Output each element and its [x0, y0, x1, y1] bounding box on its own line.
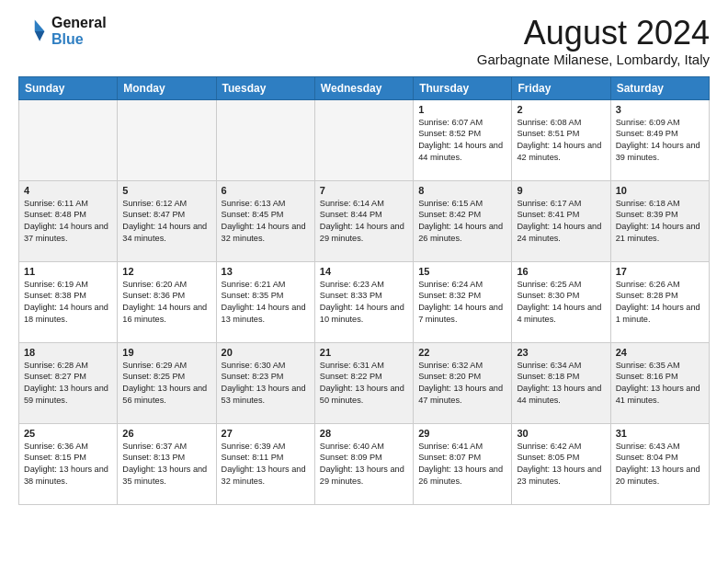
- calendar-cell: 18Sunrise: 6:28 AMSunset: 8:27 PMDayligh…: [19, 342, 118, 423]
- day-number: 12: [122, 266, 210, 277]
- calendar-day-header: Friday: [512, 76, 610, 99]
- calendar-cell: [118, 99, 216, 180]
- calendar-cell: 25Sunrise: 6:36 AMSunset: 8:15 PMDayligh…: [19, 423, 118, 504]
- day-info: Sunrise: 6:30 AMSunset: 8:23 PMDaylight:…: [222, 360, 310, 408]
- day-info: Sunrise: 6:41 AMSunset: 8:07 PMDaylight:…: [418, 441, 506, 488]
- calendar-week-row: 11Sunrise: 6:19 AMSunset: 8:38 PMDayligh…: [19, 261, 710, 342]
- calendar-cell: 21Sunrise: 6:31 AMSunset: 8:22 PMDayligh…: [314, 342, 413, 423]
- calendar-cell: 15Sunrise: 6:24 AMSunset: 8:32 PMDayligh…: [414, 261, 512, 342]
- day-number: 8: [418, 185, 506, 196]
- day-info: Sunrise: 6:31 AMSunset: 8:22 PMDaylight:…: [320, 360, 408, 408]
- day-info: Sunrise: 6:28 AMSunset: 8:27 PMDaylight:…: [24, 360, 112, 408]
- day-info: Sunrise: 6:40 AMSunset: 8:09 PMDaylight:…: [320, 441, 408, 488]
- day-number: 25: [24, 428, 112, 439]
- day-info: Sunrise: 6:35 AMSunset: 8:16 PMDaylight:…: [616, 360, 704, 408]
- day-info: Sunrise: 6:18 AMSunset: 8:39 PMDaylight:…: [616, 198, 704, 246]
- day-info: Sunrise: 6:20 AMSunset: 8:36 PMDaylight:…: [122, 279, 210, 327]
- day-info: Sunrise: 6:39 AMSunset: 8:11 PMDaylight:…: [222, 441, 310, 488]
- logo-icon: [18, 17, 48, 46]
- calendar-cell: 13Sunrise: 6:21 AMSunset: 8:35 PMDayligh…: [216, 261, 314, 342]
- calendar-cell: 28Sunrise: 6:40 AMSunset: 8:09 PMDayligh…: [314, 423, 413, 504]
- day-info: Sunrise: 6:36 AMSunset: 8:15 PMDaylight:…: [24, 441, 112, 488]
- calendar-cell: 10Sunrise: 6:18 AMSunset: 8:39 PMDayligh…: [610, 180, 709, 261]
- day-number: 13: [222, 266, 310, 277]
- calendar-cell: 5Sunrise: 6:12 AMSunset: 8:47 PMDaylight…: [118, 180, 216, 261]
- calendar-cell: 6Sunrise: 6:13 AMSunset: 8:45 PMDaylight…: [216, 180, 314, 261]
- calendar-cell: 29Sunrise: 6:41 AMSunset: 8:07 PMDayligh…: [414, 423, 512, 504]
- calendar-cell: 26Sunrise: 6:37 AMSunset: 8:13 PMDayligh…: [118, 423, 216, 504]
- day-number: 5: [122, 185, 210, 196]
- day-info: Sunrise: 6:19 AMSunset: 8:38 PMDaylight:…: [24, 279, 112, 327]
- day-number: 15: [418, 266, 506, 277]
- day-info: Sunrise: 6:43 AMSunset: 8:04 PMDaylight:…: [616, 441, 704, 488]
- calendar-cell: 3Sunrise: 6:09 AMSunset: 8:49 PMDaylight…: [610, 99, 709, 180]
- calendar-cell: 19Sunrise: 6:29 AMSunset: 8:25 PMDayligh…: [118, 342, 216, 423]
- calendar-week-row: 25Sunrise: 6:36 AMSunset: 8:15 PMDayligh…: [19, 423, 710, 504]
- calendar-cell: 1Sunrise: 6:07 AMSunset: 8:52 PMDaylight…: [414, 99, 512, 180]
- calendar-cell: 24Sunrise: 6:35 AMSunset: 8:16 PMDayligh…: [610, 342, 709, 423]
- day-number: 4: [24, 185, 112, 196]
- calendar-day-header: Sunday: [19, 76, 118, 99]
- day-number: 6: [222, 185, 310, 196]
- calendar-day-header: Wednesday: [314, 76, 413, 99]
- day-info: Sunrise: 6:32 AMSunset: 8:20 PMDaylight:…: [418, 360, 506, 408]
- calendar: SundayMondayTuesdayWednesdayThursdayFrid…: [18, 76, 710, 505]
- day-number: 23: [517, 347, 605, 358]
- calendar-cell: 23Sunrise: 6:34 AMSunset: 8:18 PMDayligh…: [512, 342, 610, 423]
- day-info: Sunrise: 6:09 AMSunset: 8:49 PMDaylight:…: [616, 117, 704, 165]
- day-number: 31: [616, 428, 704, 439]
- page: General Blue August 2024 Garbagnate Mila…: [0, 0, 728, 563]
- day-number: 30: [517, 428, 605, 439]
- day-info: Sunrise: 6:07 AMSunset: 8:52 PMDaylight:…: [418, 117, 506, 165]
- calendar-day-header: Saturday: [610, 76, 709, 99]
- day-number: 27: [222, 428, 310, 439]
- calendar-cell: 16Sunrise: 6:25 AMSunset: 8:30 PMDayligh…: [512, 261, 610, 342]
- calendar-cell: [19, 99, 118, 180]
- day-number: 1: [418, 104, 506, 115]
- day-info: Sunrise: 6:13 AMSunset: 8:45 PMDaylight:…: [222, 198, 310, 246]
- logo: General Blue: [18, 15, 107, 48]
- header: General Blue August 2024 Garbagnate Mila…: [18, 15, 710, 67]
- calendar-cell: 12Sunrise: 6:20 AMSunset: 8:36 PMDayligh…: [118, 261, 216, 342]
- calendar-cell: 7Sunrise: 6:14 AMSunset: 8:44 PMDaylight…: [314, 180, 413, 261]
- day-info: Sunrise: 6:23 AMSunset: 8:33 PMDaylight:…: [320, 279, 408, 327]
- calendar-cell: 27Sunrise: 6:39 AMSunset: 8:11 PMDayligh…: [216, 423, 314, 504]
- day-number: 2: [517, 104, 605, 115]
- calendar-week-row: 4Sunrise: 6:11 AMSunset: 8:48 PMDaylight…: [19, 180, 710, 261]
- calendar-cell: 2Sunrise: 6:08 AMSunset: 8:51 PMDaylight…: [512, 99, 610, 180]
- calendar-cell: 4Sunrise: 6:11 AMSunset: 8:48 PMDaylight…: [19, 180, 118, 261]
- day-info: Sunrise: 6:17 AMSunset: 8:41 PMDaylight:…: [517, 198, 605, 246]
- day-info: Sunrise: 6:37 AMSunset: 8:13 PMDaylight:…: [122, 441, 210, 488]
- day-info: Sunrise: 6:11 AMSunset: 8:48 PMDaylight:…: [24, 198, 112, 246]
- calendar-week-row: 1Sunrise: 6:07 AMSunset: 8:52 PMDaylight…: [19, 99, 710, 180]
- day-number: 17: [616, 266, 704, 277]
- calendar-cell: [216, 99, 314, 180]
- day-info: Sunrise: 6:42 AMSunset: 8:05 PMDaylight:…: [517, 441, 605, 488]
- title-block: August 2024 Garbagnate Milanese, Lombard…: [477, 15, 710, 67]
- day-number: 20: [222, 347, 310, 358]
- calendar-week-row: 18Sunrise: 6:28 AMSunset: 8:27 PMDayligh…: [19, 342, 710, 423]
- day-number: 10: [616, 185, 704, 196]
- calendar-cell: 11Sunrise: 6:19 AMSunset: 8:38 PMDayligh…: [19, 261, 118, 342]
- day-number: 19: [122, 347, 210, 358]
- location: Garbagnate Milanese, Lombardy, Italy: [477, 52, 710, 67]
- day-info: Sunrise: 6:34 AMSunset: 8:18 PMDaylight:…: [517, 360, 605, 408]
- calendar-cell: 8Sunrise: 6:15 AMSunset: 8:42 PMDaylight…: [414, 180, 512, 261]
- calendar-cell: 31Sunrise: 6:43 AMSunset: 8:04 PMDayligh…: [610, 423, 709, 504]
- logo-text: General Blue: [51, 15, 107, 48]
- calendar-day-header: Monday: [118, 76, 216, 99]
- svg-marker-0: [35, 20, 45, 31]
- day-info: Sunrise: 6:14 AMSunset: 8:44 PMDaylight:…: [320, 198, 408, 246]
- day-number: 16: [517, 266, 605, 277]
- day-number: 14: [320, 266, 408, 277]
- calendar-cell: 30Sunrise: 6:42 AMSunset: 8:05 PMDayligh…: [512, 423, 610, 504]
- day-info: Sunrise: 6:24 AMSunset: 8:32 PMDaylight:…: [418, 279, 506, 327]
- day-number: 24: [616, 347, 704, 358]
- calendar-cell: 20Sunrise: 6:30 AMSunset: 8:23 PMDayligh…: [216, 342, 314, 423]
- day-number: 7: [320, 185, 408, 196]
- day-number: 29: [418, 428, 506, 439]
- calendar-cell: 17Sunrise: 6:26 AMSunset: 8:28 PMDayligh…: [610, 261, 709, 342]
- day-number: 21: [320, 347, 408, 358]
- day-number: 9: [517, 185, 605, 196]
- day-number: 28: [320, 428, 408, 439]
